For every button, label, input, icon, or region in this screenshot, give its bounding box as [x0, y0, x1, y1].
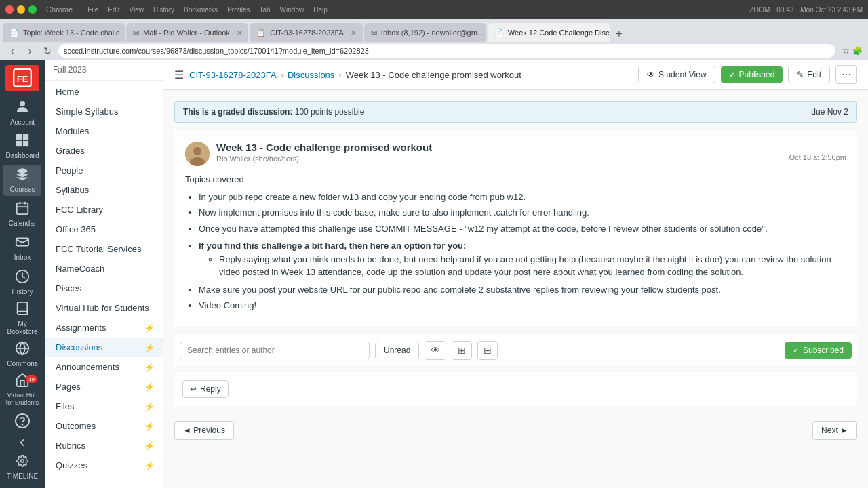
nav-item-virtual-hub-students[interactable]: Virtual Hub for Students: [45, 298, 163, 318]
unread-label: Unread: [384, 346, 410, 355]
expand-button[interactable]: ⊞: [452, 341, 472, 360]
menu-edit-label[interactable]: Edit: [108, 6, 119, 14]
system-zoom-label: ZOOM: [749, 6, 770, 14]
menu-help-label[interactable]: Help: [313, 6, 328, 14]
menu-bookmarks-label[interactable]: Bookmarks: [184, 6, 218, 14]
nav-item-files[interactable]: Files ⚡: [45, 396, 163, 416]
menu-label[interactable]: File: [87, 6, 98, 14]
nav-item-pages[interactable]: Pages ⚡: [45, 377, 163, 396]
previous-button[interactable]: ◄ Previous: [174, 421, 234, 440]
breadcrumb-course[interactable]: CIT-93-16278-2023FA: [189, 70, 277, 80]
back-button[interactable]: ‹: [5, 44, 19, 58]
search-input[interactable]: [180, 342, 370, 359]
menu-window-label[interactable]: Window: [280, 6, 304, 14]
due-date: due Nov 2: [811, 107, 848, 117]
menu-tab-label[interactable]: Tab: [259, 6, 270, 14]
bookmark-star[interactable]: ☆: [842, 46, 850, 56]
nav-item-announcements[interactable]: Announcements ⚡: [45, 357, 163, 377]
menu-history-label[interactable]: History: [153, 6, 174, 14]
extensions-icon[interactable]: 🧩: [852, 46, 863, 56]
sidebar-item-account[interactable]: Account: [3, 97, 41, 128]
student-view-button[interactable]: 👁 Student View: [638, 66, 715, 83]
nav-item-namecoach[interactable]: NameCoach: [45, 259, 163, 279]
tab-cit[interactable]: 📋 CIT-93-16278-2023FA ✕: [250, 23, 363, 42]
edit-button[interactable]: ✎ Edit: [788, 66, 830, 83]
more-options-button[interactable]: ⋯: [835, 65, 857, 84]
tab-mail[interactable]: ✉ Mail - Rio Waller - Outlook ✕: [126, 23, 248, 42]
main-content: ☰ CIT-93-16278-2023FA › Discussions › We…: [163, 60, 868, 488]
discussion-wrapper: This is a graded discussion: 100 points …: [163, 90, 868, 458]
nav-item-fcc-tutorial[interactable]: FCC Tutorial Services: [45, 239, 163, 259]
menu-view-label[interactable]: View: [129, 6, 144, 14]
subscribed-button[interactable]: ✓ Subscribed: [785, 342, 852, 359]
courses-label: Courses: [9, 186, 35, 194]
nav-item-assignments[interactable]: Assignments ⚡: [45, 318, 163, 338]
topics-covered-label: Topics covered:: [185, 173, 846, 186]
sidebar-item-inbox[interactable]: Inbox: [3, 232, 41, 264]
nav-item-syllabus2[interactable]: Syllabus: [45, 180, 163, 200]
nav-item-home[interactable]: Home: [45, 82, 163, 102]
reply-label: Reply: [200, 384, 221, 394]
sidebar-item-virtual-hub[interactable]: 19 Virtual Hubfor Students: [3, 373, 41, 407]
settings-icon[interactable]: [14, 455, 31, 467]
timeline-toggle[interactable]: TIMELINE: [14, 470, 31, 482]
browser-name-label: Chrome: [46, 5, 73, 14]
sidebar-item-calendar[interactable]: Calendar: [3, 199, 41, 230]
reply-icon: ↩: [190, 384, 197, 394]
nav-item-office365[interactable]: Office 365: [45, 220, 163, 239]
virtual-hub-label: Virtual Hubfor Students: [6, 392, 39, 407]
address-input[interactable]: [58, 44, 835, 58]
sidebar-item-courses[interactable]: Courses: [3, 165, 41, 196]
nav-item-quizzes[interactable]: Quizzes ⚡: [45, 455, 163, 475]
unread-button[interactable]: Unread: [375, 342, 419, 359]
forward-button[interactable]: ›: [23, 44, 37, 58]
breadcrumb: CIT-93-16278-2023FA › Discussions › Week…: [189, 70, 521, 80]
bullet-item-1: Now implement promises into this code ba…: [199, 206, 846, 220]
tab-week12[interactable]: 📄 Week 12 Code Challenge Disc... ✕: [488, 23, 610, 42]
filter-eye-button[interactable]: 👁: [425, 341, 446, 360]
nav-item-fcc-library[interactable]: FCC Library: [45, 200, 163, 220]
nav-item-people[interactable]: People: [45, 161, 163, 180]
tab-label-mail: Mail - Rio Waller - Outlook: [143, 28, 230, 37]
post-author: Rio Waller (she/her/hers): [216, 155, 432, 163]
sidebar-item-dashboard[interactable]: Dashboard: [3, 131, 41, 162]
help-button[interactable]: [10, 412, 35, 431]
menu-profiles-label[interactable]: Profiles: [227, 6, 250, 14]
nav-item-discussions[interactable]: Discussions ⚡: [45, 338, 163, 357]
nav-item-grades[interactable]: Grades: [45, 141, 163, 161]
nav-item-pisces[interactable]: Pisces: [45, 279, 163, 298]
refresh-button[interactable]: ↻: [41, 44, 54, 58]
tab-favicon-cit: 📋: [256, 28, 266, 37]
nav-icon-announcements: ⚡: [144, 363, 155, 372]
breadcrumb-section[interactable]: Discussions: [288, 70, 334, 80]
hamburger-menu[interactable]: ☰: [174, 68, 184, 81]
browser-tabs-bar: 📄 Topic: Week 13 - Code challe... ✕ ✉ Ma…: [0, 19, 868, 42]
tab-topic[interactable]: 📄 Topic: Week 13 - Code challe... ✕: [3, 23, 125, 42]
collapse-sidebar-button[interactable]: [10, 433, 35, 452]
post-header: Week 13 - Code challenge promised workou…: [185, 142, 432, 166]
reply-button[interactable]: ↩ Reply: [182, 380, 229, 398]
published-button[interactable]: ✓ Published: [721, 66, 783, 83]
nav-item-outcomes[interactable]: Outcomes ⚡: [45, 416, 163, 436]
dashboard-icon: [15, 133, 30, 150]
sidebar-item-history[interactable]: History: [3, 267, 41, 298]
app-logo: FE: [5, 65, 39, 92]
tab-favicon-week12: 📄: [494, 28, 504, 37]
close-button[interactable]: [5, 5, 14, 14]
breadcrumb-page: Week 13 - Code challenge promised workou…: [346, 70, 521, 80]
new-tab-button[interactable]: +: [611, 26, 627, 42]
minimize-button[interactable]: [17, 5, 25, 14]
challenge-list: If you find this challenge a bit hard, t…: [199, 239, 846, 279]
content-header: ☰ CIT-93-16278-2023FA › Discussions › We…: [163, 60, 868, 90]
tab-close-cit[interactable]: ✕: [351, 29, 356, 37]
collapse-button[interactable]: ⊟: [477, 341, 498, 360]
nav-item-rubrics[interactable]: Rubrics ⚡: [45, 436, 163, 455]
sidebar-item-bookstore[interactable]: My Bookstore: [3, 301, 41, 336]
nav-item-modules[interactable]: Modules: [45, 121, 163, 141]
nav-item-syllabus[interactable]: Simple Syllabus: [45, 102, 163, 121]
maximize-button[interactable]: [28, 5, 37, 14]
tab-inbox[interactable]: ✉ Inbox (8,192) - riowaller@gm... ✕: [364, 23, 486, 42]
sidebar-item-commons[interactable]: Commons: [3, 339, 41, 370]
next-button[interactable]: Next ►: [812, 421, 857, 440]
tab-close-mail[interactable]: ✕: [237, 29, 242, 37]
